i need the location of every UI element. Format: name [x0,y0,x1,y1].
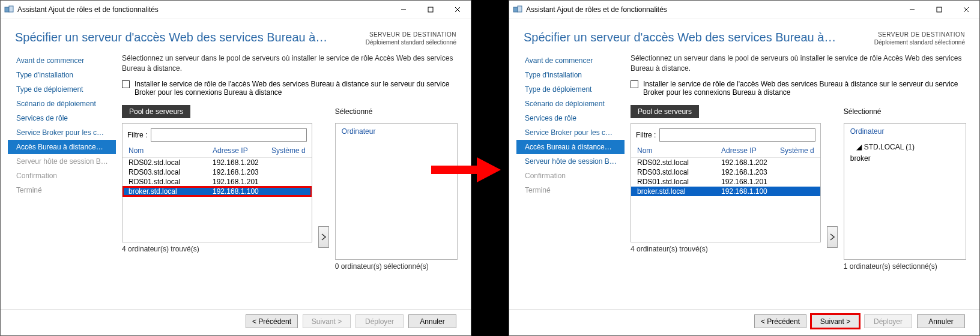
minimize-button[interactable] [390,1,417,19]
destination-info: SERVEUR DE DESTINATION Déploiement stand… [366,31,456,46]
selected-count: 1 ordinateur(s) sélectionné(s) [844,262,966,271]
selected-label: Sélectionné [335,105,373,118]
sidebar-item: Confirmation [516,169,625,183]
svg-rect-9 [937,7,942,12]
col-ip[interactable]: Adresse IP [721,146,780,155]
checkbox-label: Installer le service de rôle de l'accès … [643,80,966,97]
sidebar-item[interactable]: Avant de commencer [8,53,116,68]
table-row-selected[interactable]: broker.std.local192.168.1.100 [631,187,820,196]
cancel-button[interactable]: Annuler [917,314,965,328]
app-icon [4,5,14,14]
page-title: Spécifier un serveur d'accès Web des ser… [15,31,366,44]
previous-button[interactable]: < Précédent [754,314,806,328]
sidebar-item: Confirmation [8,169,116,183]
sidebar-item[interactable]: Scénario de déploiement [516,97,625,111]
svg-rect-1 [9,6,13,12]
install-on-broker-checkbox[interactable]: Installer le service de rôle de l'accès … [122,80,458,97]
server-rows: RDS02.std.local192.168.1.202 RDS03.std.l… [631,158,820,242]
server-rows: RDS02.std.local192.168.1.202 RDS03.std.l… [122,158,312,242]
sidebar-item[interactable]: Type de déploiement [8,82,116,97]
pool-count: 4 ordinateur(s) trouvé(s) [122,245,312,253]
description-text: Sélectionnez un serveur dans le pool de … [631,53,966,74]
checkbox-icon[interactable] [122,80,130,88]
filter-input[interactable] [151,128,306,142]
filter-label: Filtre : [127,131,147,139]
close-button[interactable] [444,1,471,19]
deploy-button: Déployer [864,314,912,328]
add-arrow-button[interactable] [827,226,838,248]
selected-header: Ordinateur [342,127,451,136]
svg-rect-3 [428,7,433,12]
titlebar: Assistant Ajout de rôles et de fonctionn… [509,1,979,19]
table-row[interactable]: RDS02.std.local192.168.1.202 [631,158,820,167]
footer: < Précédent Suivant > Déployer Annuler [1,309,471,335]
col-ip[interactable]: Adresse IP [213,146,271,155]
wizard-window-before: Assistant Ajout de rôles et de fonctionn… [0,0,471,336]
header: Spécifier un serveur d'accès Web des ser… [1,19,471,51]
grid-header: Nom Adresse IP Système d [122,146,312,158]
sidebar-item[interactable]: Service Broker pour les c… [516,125,625,140]
svg-rect-7 [518,6,522,12]
destination-value: Déploiement standard sélectionné [874,38,965,46]
sidebar-item[interactable]: Scénario de déploiement [8,97,116,111]
sidebar-item[interactable]: Type d'installation [516,68,625,82]
table-row[interactable]: RDS02.std.local192.168.1.202 [122,158,312,167]
checkbox-label: Installer le service de rôle de l'accès … [135,80,458,97]
cancel-button[interactable]: Annuler [408,314,456,328]
description-text: Sélectionnez un serveur dans le pool de … [122,53,458,74]
sidebar-item[interactable]: Avant de commencer [516,53,625,68]
app-icon [513,5,522,14]
sidebar-item: Terminé [8,183,116,197]
tab-server-pool[interactable]: Pool de serveurs [631,105,699,118]
maximize-button[interactable] [417,1,444,19]
tab-server-pool[interactable]: Pool de serveurs [122,105,190,118]
col-name[interactable]: Nom [129,146,213,155]
table-row[interactable]: RDS01.std.local192.168.1.201 [122,177,312,187]
window-title: Assistant Ajout de rôles et de fonctionn… [526,5,898,14]
close-button[interactable] [952,1,979,19]
table-row[interactable]: RDS01.std.local192.168.1.201 [631,177,820,187]
selected-panel: Ordinateur [335,123,458,260]
svg-rect-6 [513,7,518,12]
svg-rect-0 [5,7,9,12]
page-title: Spécifier un serveur d'accès Web des ser… [524,31,874,44]
next-button[interactable]: Suivant > [811,314,859,328]
sidebar-item[interactable]: Services de rôle [516,111,625,125]
tree-expand-icon[interactable]: ◢ [856,142,862,153]
sidebar-item[interactable]: Services de rôle [8,111,116,125]
col-name[interactable]: Nom [637,146,721,155]
tree-node[interactable]: ◢STD.LOCAL (1) [856,142,960,153]
sidebar-item-active[interactable]: Accès Bureau à distance… [516,140,625,154]
checkbox-icon[interactable] [631,80,638,88]
col-os[interactable]: Système d [271,146,306,155]
wizard-window-after: Assistant Ajout de rôles et de fonctionn… [509,0,980,336]
table-row[interactable]: RDS03.std.local192.168.1.203 [631,167,820,177]
add-arrow-button[interactable] [318,226,329,248]
maximize-button[interactable] [925,1,952,19]
filter-label: Filtre : [636,131,656,139]
sidebar-item: Terminé [516,183,625,197]
previous-button[interactable]: < Précédent [246,314,298,328]
server-pool-panel: Filtre : Nom Adresse IP Système d RDS02.… [631,123,821,242]
table-row-selected[interactable]: broker.std.local192.168.1.100 [122,187,312,196]
sidebar-item[interactable]: Serveur hôte de session B… [516,154,625,169]
table-row[interactable]: RDS03.std.local192.168.1.203 [122,167,312,177]
tree-leaf[interactable]: broker [850,153,960,164]
gap [471,0,509,336]
wizard-sidebar: Avant de commencer Type d'installation T… [8,51,116,309]
titlebar: Assistant Ajout de rôles et de fonctionn… [1,1,471,19]
sidebar-item[interactable]: Type d'installation [8,68,116,82]
install-on-broker-checkbox[interactable]: Installer le service de rôle de l'accès … [631,80,966,97]
sidebar-item[interactable]: Type de déploiement [516,82,625,97]
destination-label: SERVEUR DE DESTINATION [874,31,965,38]
pool-count: 4 ordinateur(s) trouvé(s) [631,245,821,253]
destination-value: Déploiement standard sélectionné [366,38,456,46]
grid-header: Nom Adresse IP Système d [631,146,820,158]
sidebar-item-active[interactable]: Accès Bureau à distance… [8,140,116,154]
col-os[interactable]: Système d [780,146,814,155]
server-pool-panel: Filtre : Nom Adresse IP Système d RDS02.… [122,123,312,242]
minimize-button[interactable] [898,1,925,19]
sidebar-item[interactable]: Service Broker pour les c… [8,125,116,140]
filter-input[interactable] [659,128,815,142]
pool-tabs: Pool de serveurs [122,105,312,118]
